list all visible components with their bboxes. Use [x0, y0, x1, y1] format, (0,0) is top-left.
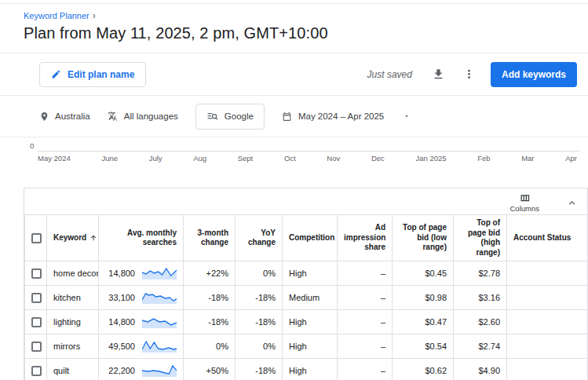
ad-impression-share-value: –	[338, 261, 393, 286]
keyword-table-body: home decor 14,800 +22% 0% High – $0.45 $…	[25, 261, 588, 380]
ad-impression-share-value: –	[338, 334, 393, 359]
ad-impression-share-header[interactable]: Ad impression share	[338, 215, 393, 261]
edit-plan-name-label: Edit plan name	[68, 69, 134, 80]
top-bid-low-value: $0.45	[393, 261, 454, 286]
keyword-plan-page: { "theme": { "accent_blue": "#1a73e8", "…	[0, 0, 588, 380]
keyword-label: lighting	[53, 317, 81, 327]
competition-value: High	[283, 334, 338, 359]
more-options-button[interactable]	[460, 65, 478, 83]
languages-filter-label: All languages	[124, 111, 178, 121]
save-status: Just saved	[367, 69, 412, 80]
yoy-change-value: 0%	[236, 261, 283, 286]
table-row[interactable]: quilt 22,200 +50% -18% High – $0.62 $4.9…	[25, 359, 588, 380]
account-status-value	[507, 359, 588, 380]
competition-value: High	[283, 261, 338, 286]
translate-icon	[108, 111, 119, 122]
avg-monthly-searches-value: 49,500	[108, 342, 135, 351]
month-labels: May 2024JuneJulyAugSeptOctNovDecJan 2025…	[38, 154, 577, 163]
columns-icon	[519, 192, 531, 204]
more-vert-icon	[462, 68, 476, 81]
row-checkbox[interactable]	[31, 293, 42, 303]
table-row[interactable]: mirrors 49,500 0% 0% High – $0.54 $2.74	[25, 334, 588, 359]
table-row[interactable]: lighting 14,800 -18% -18% High – $0.47 $…	[25, 310, 588, 334]
location-filter-label: Australia	[55, 111, 90, 121]
competition-value: High	[283, 359, 338, 380]
yoy-change-value: 0%	[236, 334, 283, 359]
x-axis-line	[38, 151, 580, 152]
yoy-change-value: -18%	[236, 359, 283, 380]
chevron-up-icon	[566, 197, 578, 209]
download-icon	[432, 68, 445, 81]
download-button[interactable]	[429, 65, 447, 83]
toolbar: Edit plan name Just saved Add keywords	[0, 53, 588, 95]
row-checkbox[interactable]	[31, 269, 42, 279]
avg-monthly-searches-value: 14,800	[108, 317, 135, 327]
table-row[interactable]: kitchen 33,100 -18% -18% Medium – $0.98 …	[25, 286, 588, 310]
top-bid-high-header[interactable]: Top of page bid (high range)	[454, 215, 507, 261]
sparkline-area	[142, 319, 177, 328]
keyword-label: kitchen	[53, 293, 81, 302]
sort-ascending-icon	[89, 234, 97, 242]
keyword-table-card: Columns Keyword Avg. monthly searc	[24, 188, 588, 380]
month-label: Dec	[371, 154, 385, 163]
row-checkbox[interactable]	[31, 342, 42, 352]
three-month-change-value: -18%	[184, 286, 236, 310]
top-bid-low-header[interactable]: Top of page bid (low range)	[393, 215, 454, 261]
avg-monthly-searches-value: 33,100	[108, 293, 135, 302]
table-row[interactable]: home decor 14,800 +22% 0% High – $0.45 $…	[25, 261, 588, 286]
sparkline-chart	[142, 290, 177, 305]
competition-header[interactable]: Competition	[283, 215, 338, 261]
keyword-column-header[interactable]: Keyword	[53, 233, 86, 243]
row-checkbox[interactable]	[31, 366, 42, 376]
top-bid-high-value: $4.90	[454, 359, 507, 380]
location-filter[interactable]: Australia	[39, 111, 90, 122]
month-label: Mar	[521, 154, 534, 163]
keyword-label: mirrors	[53, 342, 80, 351]
keyword-label: quilt	[53, 366, 69, 375]
three-month-change-header[interactable]: 3-month change	[184, 215, 236, 261]
month-label: Jan 2025	[415, 154, 446, 163]
competition-value: Medium	[283, 286, 338, 310]
ad-impression-share-value: –	[338, 286, 393, 310]
top-bid-low-value: $0.54	[393, 334, 454, 359]
ad-impression-share-value: –	[338, 310, 393, 334]
ad-impression-share-value: –	[338, 359, 393, 380]
month-label: Aug	[193, 154, 206, 163]
row-checkbox[interactable]	[31, 317, 42, 327]
account-status-value	[507, 310, 588, 334]
page-title: Plan from May 11, 2025, 2 pm, GMT+10:00	[0, 22, 588, 53]
breadcrumb-link-keyword-planner[interactable]: Keyword Planner	[24, 11, 89, 20]
network-filter[interactable]: Google	[195, 104, 265, 130]
filter-bar: Australia All languages Google May 2024 …	[0, 96, 588, 137]
three-month-change-value: +50%	[184, 359, 236, 380]
account-status-value	[507, 286, 588, 310]
keyword-label: home decor	[53, 269, 99, 278]
top-bid-low-value: $0.47	[393, 310, 454, 334]
yoy-change-header[interactable]: YoY change	[236, 215, 283, 261]
competition-value: High	[283, 310, 338, 334]
account-status-header[interactable]: Account Status	[507, 215, 588, 261]
three-month-change-value: 0%	[184, 334, 236, 359]
date-range-filter[interactable]: May 2024 – Apr 2025	[282, 111, 411, 122]
avg-monthly-searches-value: 14,800	[108, 269, 135, 278]
sparkline-chart	[142, 266, 177, 280]
month-label: May 2024	[38, 154, 71, 163]
top-bid-low-value: $0.62	[393, 359, 454, 380]
add-keywords-button[interactable]: Add keywords	[491, 62, 577, 87]
select-all-checkbox[interactable]	[31, 233, 42, 243]
location-pin-icon	[39, 111, 49, 122]
collapse-chart-button[interactable]	[563, 194, 581, 212]
yoy-change-value: -18%	[236, 310, 283, 334]
columns-button[interactable]: Columns	[510, 192, 540, 213]
account-status-value	[507, 334, 588, 359]
network-filter-label: Google	[225, 111, 254, 121]
table-controls: Columns	[24, 188, 587, 214]
dropdown-arrow-icon	[403, 112, 411, 120]
breadcrumb: Keyword Planner ›	[0, 4, 588, 22]
y-axis-zero-label: 0	[30, 141, 34, 150]
calendar-icon	[282, 111, 292, 122]
languages-filter[interactable]: All languages	[108, 111, 178, 122]
breadcrumb-chevron: ›	[93, 10, 96, 21]
avg-monthly-searches-header[interactable]: Avg. monthly searches	[99, 215, 184, 261]
edit-plan-name-button[interactable]: Edit plan name	[39, 62, 146, 87]
